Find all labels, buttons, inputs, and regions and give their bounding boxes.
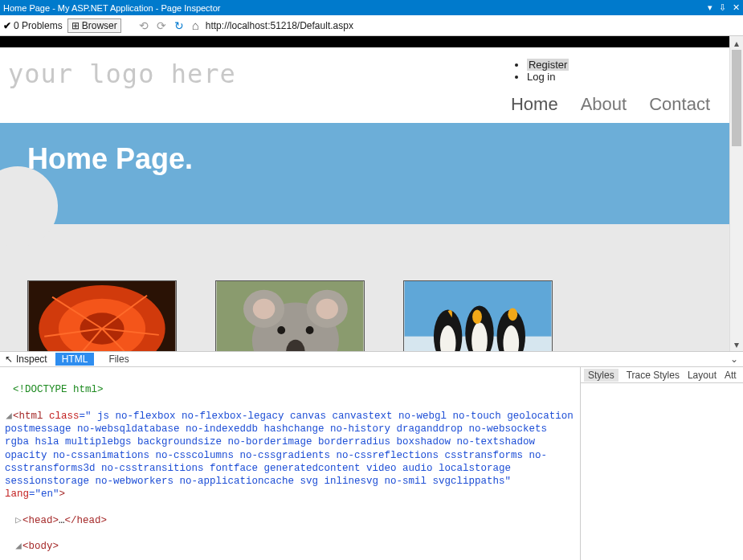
problems-text: 0 Problems [14,20,63,31]
register-link[interactable]: Register [527,59,569,71]
nav-contact[interactable]: Contact [649,94,710,115]
inspect-button[interactable]: ↖ Inspect [5,354,47,365]
thumb-koala[interactable] [215,280,365,351]
inspector-body: <!DOCTYPE html> ◢<html class=" js no-fle… [0,367,743,560]
banner-title: Home Page. [27,142,702,176]
window-titlebar: Home Page - My ASP.NET Application - Pag… [0,0,743,15]
inspector-header: ↖ Inspect HTML Files ⌄ [0,351,743,367]
tab-html[interactable]: HTML [55,353,95,366]
scroll-down-icon[interactable]: ▾ [730,337,743,351]
source-pane[interactable]: <!DOCTYPE html> ◢<html class=" js no-fle… [0,367,580,560]
svg-point-19 [472,309,482,324]
scroll-up-icon[interactable]: ▴ [730,36,743,50]
vertical-scrollbar[interactable]: ▴ ▾ [729,36,743,351]
main-nav: Home About Contact [511,94,710,115]
window-title: Home Page - My ASP.NET Application - Pag… [3,3,708,13]
tab-trace-styles[interactable]: Trace Styles [627,370,680,381]
black-strip [0,36,729,47]
close-icon[interactable]: ✕ [733,2,740,13]
tab-files[interactable]: Files [102,353,135,366]
viewport-wrapper: your logo here Register Log in Home Abou… [0,36,743,351]
banner: Home Page. [0,123,729,224]
nav-home-icon[interactable]: ⌂ [190,18,201,32]
toolbar: ✔ 0 Problems ⊞ Browser ⟲ ⟳ ↻ ⌂ http://lo… [0,15,743,36]
nav-forward-icon[interactable]: ⟳ [155,19,168,32]
browser-icon: ⊞ [71,20,80,31]
thumb-flower[interactable] [27,280,177,351]
tab-layout[interactable]: Layout [688,370,716,381]
inspect-icon: ↖ [5,354,13,365]
account-links: Register Log in [511,59,710,83]
scroll-track[interactable] [730,50,743,337]
nav-back-icon[interactable]: ⟲ [137,19,150,32]
dropdown-icon[interactable]: ▾ [708,2,712,13]
thumb-penguins[interactable] [403,280,553,351]
svg-point-12 [306,326,314,334]
nav-about[interactable]: About [581,94,627,115]
page-header: your logo here Register Log in Home Abou… [0,47,729,123]
styles-pane: Styles Trace Styles Layout Att [580,367,743,560]
svg-point-22 [508,308,517,321]
svg-point-9 [316,299,338,320]
problems-button[interactable]: ✔ 0 Problems [3,20,63,31]
check-icon: ✔ [3,20,11,31]
nav-home[interactable]: Home [511,94,558,115]
browser-label: Browser [82,20,117,31]
pin-icon[interactable]: ⇩ [719,2,726,13]
twisty-icon[interactable]: ◢ [14,540,22,553]
inspect-label: Inspect [16,354,47,365]
tab-attributes[interactable]: Att [725,370,737,381]
page-viewport: your logo here Register Log in Home Abou… [0,36,729,351]
url-field[interactable]: http://localhost:51218/Default.aspx [206,20,353,31]
logo-text: your logo here [8,59,236,89]
tab-styles[interactable]: Styles [584,369,618,382]
gallery [0,224,729,351]
nav-refresh-icon[interactable]: ↻ [173,19,186,32]
twisty-icon[interactable]: ▷ [14,514,22,527]
svg-point-8 [253,299,276,320]
scroll-thumb[interactable] [732,50,741,146]
collapse-icon[interactable]: ⌄ [730,354,738,365]
twisty-icon[interactable]: ◢ [5,410,13,423]
svg-point-11 [277,326,285,334]
browser-button[interactable]: ⊞ Browser [67,18,121,33]
login-link[interactable]: Log in [527,71,555,83]
src-doctype: <!DOCTYPE html> [13,384,104,395]
